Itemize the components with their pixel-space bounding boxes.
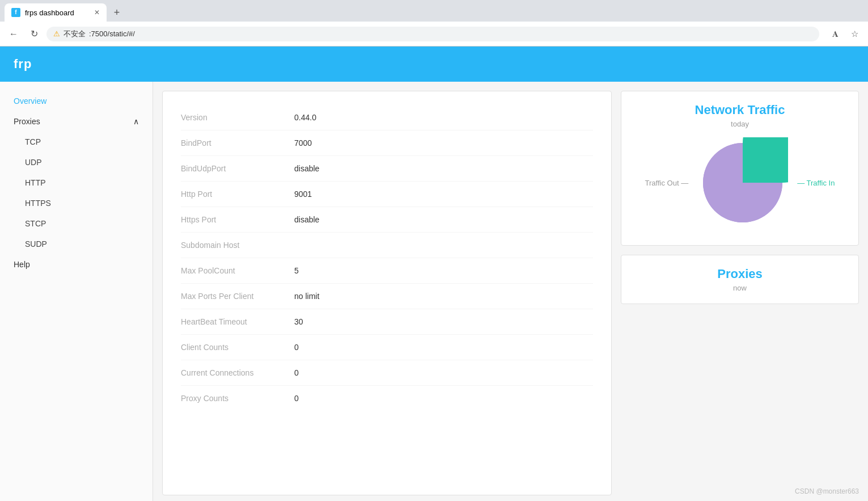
back-button[interactable]: ← bbox=[6, 26, 22, 42]
info-value-8: 30 bbox=[294, 317, 303, 326]
info-value-10: 0 bbox=[294, 368, 299, 377]
proxies-card-title: Proxies bbox=[635, 267, 845, 281]
reader-mode-button[interactable]: 𝐀 bbox=[827, 26, 843, 42]
address-url: :7500/static/#/ bbox=[89, 30, 135, 38]
info-label-5: Subdomain Host bbox=[181, 241, 294, 250]
network-traffic-card: Network Traffic today Traffic Out — bbox=[621, 91, 859, 246]
info-row: Version 0.44.0 bbox=[181, 105, 593, 130]
traffic-out-label: Traffic Out — bbox=[645, 179, 689, 187]
info-value-2: disable bbox=[294, 164, 319, 173]
info-label-1: BindPort bbox=[181, 138, 294, 148]
sidebar-item-https[interactable]: HTTPS bbox=[11, 193, 153, 213]
info-value-1: 7000 bbox=[294, 138, 312, 148]
info-label-7: Max Ports Per Client bbox=[181, 292, 294, 301]
app-title: frp bbox=[14, 57, 32, 71]
sidebar-item-sudp[interactable]: SUDP bbox=[11, 234, 153, 254]
info-row: Http Port 9001 bbox=[181, 182, 593, 207]
info-label-3: Http Port bbox=[181, 190, 294, 199]
info-value-3: 9001 bbox=[294, 190, 312, 199]
network-traffic-title: Network Traffic bbox=[635, 103, 845, 117]
info-value-9: 0 bbox=[294, 343, 299, 352]
nav-bar: ← ↻ ⚠ 不安全 :7500/static/#/ 𝐀 ☆ bbox=[0, 22, 868, 47]
info-row: Client Counts 0 bbox=[181, 335, 593, 360]
info-label-11: Proxy Counts bbox=[181, 394, 294, 403]
new-tab-button[interactable]: + bbox=[109, 5, 125, 20]
info-label-2: BindUdpPort bbox=[181, 164, 294, 173]
security-warning-icon: ⚠ bbox=[53, 30, 60, 38]
traffic-in-label: — Traffic In bbox=[797, 179, 835, 187]
info-row: Proxy Counts 0 bbox=[181, 386, 593, 411]
address-bar[interactable]: ⚠ 不安全 :7500/static/#/ bbox=[46, 27, 819, 41]
refresh-button[interactable]: ↻ bbox=[26, 26, 42, 42]
info-label-8: HeartBeat Timeout bbox=[181, 317, 294, 326]
app-header: frp bbox=[0, 47, 868, 82]
sidebar-item-stcp[interactable]: STCP bbox=[11, 213, 153, 234]
tab-bar: f frps dashboard ✕ + bbox=[0, 0, 868, 22]
info-row: Max Ports Per Client no limit bbox=[181, 284, 593, 309]
nav-actions: 𝐀 ☆ bbox=[827, 26, 862, 42]
info-label-4: Https Port bbox=[181, 215, 294, 224]
info-row: Https Port disable bbox=[181, 207, 593, 233]
app-body: Overview Proxies ∧ TCP UDP HTTP HTTPS ST… bbox=[0, 82, 868, 501]
info-panel: Version 0.44.0 BindPort 7000 BindUdpPort… bbox=[162, 91, 612, 495]
active-tab[interactable]: f frps dashboard ✕ bbox=[5, 3, 107, 22]
info-row: Current Connections 0 bbox=[181, 360, 593, 386]
insecure-label: 不安全 bbox=[63, 29, 86, 39]
info-row: Max PoolCount 5 bbox=[181, 258, 593, 284]
right-panel: Network Traffic today Traffic Out — bbox=[621, 91, 859, 495]
proxies-card: Proxies now bbox=[621, 255, 859, 304]
footer-note: CSDN @monster663 bbox=[795, 487, 859, 495]
info-row: BindPort 7000 bbox=[181, 130, 593, 156]
sidebar-item-tcp[interactable]: TCP bbox=[11, 132, 153, 152]
info-value-4: disable bbox=[294, 215, 319, 224]
sidebar-item-proxies[interactable]: Proxies ∧ bbox=[0, 111, 153, 132]
info-label-0: Version bbox=[181, 113, 294, 122]
sidebar: Overview Proxies ∧ TCP UDP HTTP HTTPS ST… bbox=[0, 82, 153, 501]
main-content: Version 0.44.0 BindPort 7000 BindUdpPort… bbox=[153, 82, 868, 501]
info-value-11: 0 bbox=[294, 394, 299, 403]
info-row: HeartBeat Timeout 30 bbox=[181, 309, 593, 335]
network-traffic-subtitle: today bbox=[635, 120, 845, 128]
info-value-7: no limit bbox=[294, 292, 319, 301]
sidebar-item-udp[interactable]: UDP bbox=[11, 152, 153, 172]
info-row: Subdomain Host bbox=[181, 233, 593, 258]
sidebar-item-help[interactable]: Help bbox=[0, 254, 153, 275]
sidebar-item-http[interactable]: HTTP bbox=[11, 172, 153, 193]
chart-area: Traffic Out — bbox=[635, 137, 845, 228]
tab-label: frps dashboard bbox=[25, 9, 74, 17]
info-value-6: 5 bbox=[294, 266, 299, 275]
info-row: BindUdpPort disable bbox=[181, 156, 593, 182]
tab-favicon: f bbox=[11, 8, 20, 17]
tab-close-button[interactable]: ✕ bbox=[94, 9, 100, 16]
info-value-0: 0.44.0 bbox=[294, 113, 316, 122]
info-label-9: Client Counts bbox=[181, 343, 294, 352]
info-label-6: Max PoolCount bbox=[181, 266, 294, 275]
sidebar-item-overview[interactable]: Overview bbox=[0, 91, 153, 111]
chevron-up-icon: ∧ bbox=[133, 117, 139, 126]
pie-chart bbox=[697, 137, 788, 228]
proxies-submenu: TCP UDP HTTP HTTPS STCP SUDP bbox=[0, 132, 153, 254]
info-label-10: Current Connections bbox=[181, 368, 294, 377]
browser-chrome: f frps dashboard ✕ + ← ↻ ⚠ 不安全 :7500/sta… bbox=[0, 0, 868, 47]
proxies-card-subtitle: now bbox=[635, 284, 845, 292]
favorites-button[interactable]: ☆ bbox=[846, 26, 862, 42]
